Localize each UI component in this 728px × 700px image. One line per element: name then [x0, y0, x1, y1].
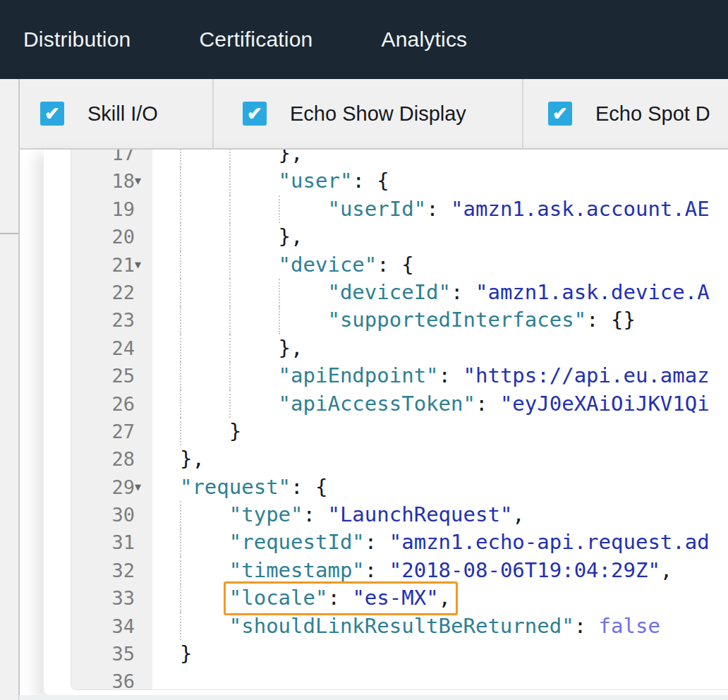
indent-guide [229, 223, 231, 251]
nav-tab-analytics[interactable]: Analytics [381, 28, 467, 52]
left-panel-edge [0, 79, 20, 700]
line-number-28: 28 [71, 445, 152, 473]
token-key: "deviceId" [327, 280, 451, 304]
filter-section-echo-spot-d: ✔Echo Spot D [523, 79, 728, 148]
code-line-25: 25 "apiEndpoint": "https://api.eu.amaz [71, 362, 728, 390]
nav-tab-certification[interactable]: Certification [199, 28, 313, 52]
code-text-25: "apiEndpoint": "https://api.eu.amaz [152, 362, 728, 390]
code-text-34: "shouldLinkResultBeReturned": false [152, 612, 728, 640]
filter-label-skill-i-o: Skill I/O [87, 102, 158, 126]
left-panel-divider [0, 233, 18, 234]
token-punct: : {} [586, 308, 636, 332]
indent-guide [180, 306, 181, 334]
token-str: "amzn1.ask.account.AE [451, 197, 710, 221]
token-punct: : { [352, 169, 389, 193]
indent-guide [229, 390, 231, 418]
token-key: "timestamp" [229, 558, 365, 582]
filter-label-echo-spot-d: Echo Spot D [595, 102, 710, 126]
line-number-33: 33 [71, 584, 152, 612]
line-number-24: 24 [71, 334, 152, 362]
code-text-17: }, [152, 150, 728, 167]
line-number-30: 30 [71, 501, 152, 529]
locale-highlight-box: "locale": "es-MX", [224, 581, 458, 615]
indent-guide [180, 362, 181, 390]
fold-arrow-icon[interactable]: ▼ [135, 167, 150, 195]
json-code-editor[interactable]: 17 },18▼ "user": {19 "userId": "amzn1.as… [71, 150, 728, 690]
token-key: "request" [180, 475, 291, 499]
indent-guide [180, 251, 181, 279]
code-text-18: "user": { [152, 167, 728, 195]
token-key: "apiAccessToken" [279, 392, 475, 416]
token-str: "amzn1.echo-api.request.ad [389, 530, 710, 554]
nav-tab-distribution[interactable]: Distribution [23, 28, 131, 52]
code-text-24: }, [152, 334, 728, 362]
indent-guide [180, 195, 181, 223]
checkmark-icon: ✔ [247, 104, 262, 123]
line-number-18: 18▼ [71, 167, 152, 195]
token-punct: } [229, 419, 241, 443]
token-key: "apiEndpoint" [279, 363, 439, 387]
token-punct: , [660, 558, 672, 582]
token-punct: : [365, 530, 389, 554]
token-punct: , [512, 502, 524, 526]
indent-guide [180, 612, 181, 640]
line-number-22: 22 [71, 279, 152, 306]
filter-label-echo-show-display: Echo Show Display [290, 102, 466, 126]
token-punct: : [365, 558, 389, 582]
fold-arrow-icon[interactable]: ▼ [135, 251, 150, 279]
checkbox-skill-i-o[interactable]: ✔ [40, 102, 64, 126]
filter-section-skill-i-o: ✔Skill I/O [19, 79, 214, 148]
code-line-22: 22 "deviceId": "amzn1.ask.device.A [71, 279, 728, 306]
indent-guide [180, 334, 181, 362]
token-key: "shouldLinkResultBeReturned" [229, 614, 574, 638]
token-punct: }, [279, 336, 303, 360]
json-input-card: 17 },18▼ "user": {19 "userId": "amzn1.as… [44, 150, 728, 695]
token-punct: : [475, 392, 500, 416]
code-line-32: 32 "timestamp": "2018-08-06T19:04:29Z", [71, 557, 728, 584]
indent-guide [180, 150, 181, 167]
code-line-27: 27 } [71, 418, 728, 445]
page-bottom-strip [19, 695, 728, 700]
line-number-20: 20 [71, 223, 152, 251]
indent-guide [180, 557, 181, 584]
line-number-31: 31 [71, 529, 152, 556]
token-punct: : [574, 614, 599, 638]
fold-arrow-icon[interactable]: ▼ [135, 473, 150, 501]
token-str: "LaunchRequest" [327, 502, 512, 526]
top-navigation-bar: DistributionCertificationAnalytics [0, 0, 728, 79]
code-line-23: 23 "supportedInterfaces": {} [71, 306, 728, 334]
line-number-34: 34 [71, 612, 152, 640]
line-number-26: 26 [71, 390, 152, 418]
token-punct: , [439, 586, 451, 610]
filter-section-echo-show-display: ✔Echo Show Display [214, 79, 523, 148]
code-text-35: } [152, 640, 728, 668]
code-text-30: "type": "LaunchRequest", [152, 501, 728, 529]
token-punct: : [327, 586, 352, 610]
code-line-31: 31 "requestId": "amzn1.echo-api.request.… [71, 529, 728, 556]
checkbox-echo-show-display[interactable]: ✔ [243, 102, 267, 126]
code-text-23: "supportedInterfaces": {} [152, 306, 728, 334]
indent-guide [180, 223, 181, 251]
checkmark-icon: ✔ [552, 104, 568, 123]
indent-guide [180, 529, 181, 556]
code-text-20: }, [152, 223, 728, 251]
line-number-19: 19 [71, 195, 152, 223]
indent-guide [229, 306, 231, 334]
indent-guide [229, 167, 231, 195]
token-str: "https://api.eu.amaz [463, 363, 710, 387]
indent-guide [180, 390, 181, 418]
code-line-26: 26 "apiAccessToken": "eyJ0eXAiOiJKV1Qi [71, 390, 728, 418]
code-line-20: 20 }, [71, 223, 728, 251]
token-key: "device" [279, 253, 377, 277]
line-number-21: 21▼ [71, 251, 152, 279]
code-text-36 [152, 668, 728, 690]
checkbox-echo-spot-d[interactable]: ✔ [548, 102, 572, 126]
code-line-33: 33 "locale": "es-MX", [71, 584, 728, 612]
token-punct: }, [180, 447, 205, 471]
code-line-30: 30 "type": "LaunchRequest", [71, 501, 728, 529]
indent-guide [229, 150, 231, 167]
token-str: "amzn1.ask.device.A [475, 280, 710, 304]
code-text-27: } [152, 418, 728, 445]
code-line-36: 36 [71, 668, 728, 690]
line-number-25: 25 [71, 362, 152, 390]
